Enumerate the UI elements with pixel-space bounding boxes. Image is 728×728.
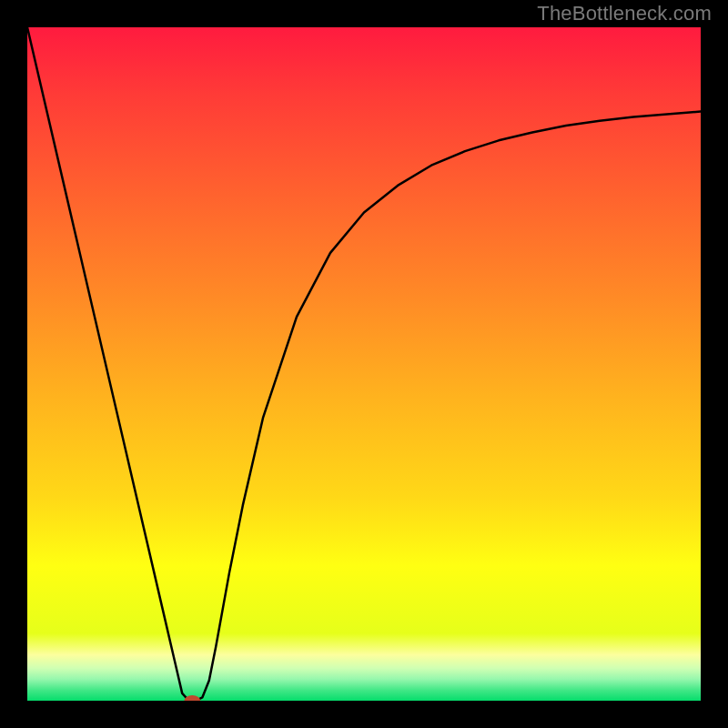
gradient-background [27, 27, 701, 701]
chart-svg [27, 27, 701, 701]
plot-area [27, 27, 701, 701]
watermark-text: TheBottleneck.com [537, 2, 712, 25]
chart-frame: TheBottleneck.com [0, 0, 728, 728]
